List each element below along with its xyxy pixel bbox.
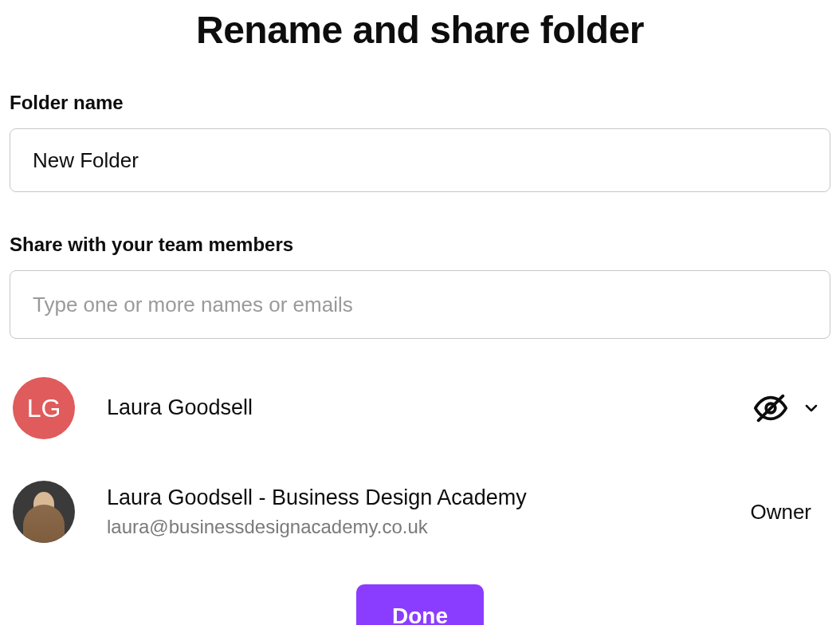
folder-name-label: Folder name [10, 92, 830, 114]
share-members-input[interactable] [10, 270, 830, 339]
permission-dropdown[interactable] [752, 390, 827, 426]
member-name: Laura Goodsell [107, 394, 752, 422]
dialog-title: Rename and share folder [10, 8, 830, 52]
member-name: Laura Goodsell - Business Design Academy [107, 484, 750, 512]
avatar-photo [13, 481, 75, 543]
member-role-label: Owner [750, 500, 827, 525]
eye-off-icon [752, 390, 789, 426]
member-row: LG Laura Goodsell [10, 366, 830, 450]
done-button[interactable]: Done [356, 584, 484, 625]
member-email: laura@businessdesignacademy.co.uk [107, 513, 750, 540]
chevron-down-icon [802, 399, 821, 418]
avatar-initials: LG [13, 377, 75, 439]
member-row: Laura Goodsell - Business Design Academy… [10, 470, 830, 554]
folder-name-input[interactable] [10, 128, 830, 192]
share-label: Share with your team members [10, 234, 830, 256]
